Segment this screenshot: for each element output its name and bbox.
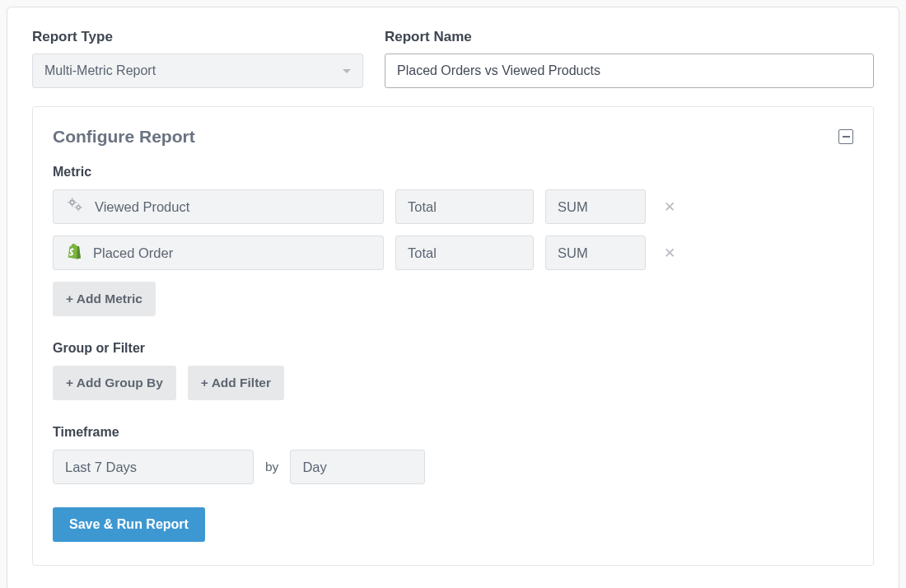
metric-name-value: Viewed Product <box>95 199 362 215</box>
svg-rect-1 <box>72 205 72 207</box>
metric-row: Viewed Product Total SUM ✕ <box>53 189 853 224</box>
add-metric-button[interactable]: + Add Metric <box>53 282 156 316</box>
metric-measure-select[interactable]: Total <box>395 236 534 270</box>
report-type-column: Report Type Multi-Metric Report <box>32 29 363 88</box>
report-type-label: Report Type <box>32 29 363 45</box>
metric-aggregation-select[interactable]: SUM <box>545 236 646 270</box>
configure-report-panel: Configure Report Metric Viewed Product T… <box>32 106 874 566</box>
report-name-label: Report Name <box>385 29 874 45</box>
metric-aggregation-value: SUM <box>558 245 588 261</box>
collapse-icon[interactable] <box>838 129 853 144</box>
group-filter-section-label: Group or Filter <box>53 341 853 356</box>
metric-measure-select[interactable]: Total <box>395 189 534 224</box>
timeframe-section-label: Timeframe <box>53 425 853 440</box>
timeframe-row: Last 7 Days by Day <box>53 450 853 484</box>
metric-name-value: Placed Order <box>93 245 362 261</box>
svg-rect-3 <box>75 202 77 203</box>
timeframe-granularity-value: Day <box>302 460 326 475</box>
report-type-select[interactable]: Multi-Metric Report <box>32 54 363 88</box>
add-group-by-button[interactable]: + Add Group By <box>53 366 176 400</box>
configure-title: Configure Report <box>53 127 195 147</box>
timeframe-granularity-select[interactable]: Day <box>290 450 425 484</box>
top-fields-row: Report Type Multi-Metric Report Report N… <box>32 29 874 88</box>
metric-aggregation-value: SUM <box>558 199 588 215</box>
gears-icon <box>65 197 85 217</box>
svg-rect-5 <box>78 210 79 212</box>
remove-metric-button[interactable]: ✕ <box>657 241 682 265</box>
metric-section-label: Metric <box>53 165 853 180</box>
by-label: by <box>265 460 278 474</box>
save-run-report-button[interactable]: Save & Run Report <box>53 507 205 542</box>
metric-name-select[interactable]: Placed Order <box>53 236 384 270</box>
metric-name-select[interactable]: Viewed Product <box>53 189 384 224</box>
report-name-input[interactable] <box>385 54 874 88</box>
timeframe-range-value: Last 7 Days <box>65 460 137 475</box>
metric-aggregation-select[interactable]: SUM <box>545 189 646 224</box>
metric-row: Placed Order Total SUM ✕ <box>53 236 853 270</box>
report-builder-card: Report Type Multi-Metric Report Report N… <box>7 7 899 588</box>
svg-rect-0 <box>72 198 72 199</box>
svg-rect-6 <box>75 207 77 208</box>
report-name-column: Report Name <box>385 29 874 88</box>
add-filter-button[interactable]: + Add Filter <box>188 366 284 400</box>
shopify-icon <box>65 242 83 264</box>
remove-metric-button[interactable]: ✕ <box>657 195 682 219</box>
chevron-down-icon <box>343 69 351 73</box>
svg-rect-7 <box>81 207 82 208</box>
timeframe-range-select[interactable]: Last 7 Days <box>53 450 254 484</box>
metric-measure-value: Total <box>408 199 437 215</box>
svg-rect-4 <box>78 203 79 205</box>
metric-measure-value: Total <box>408 245 437 261</box>
svg-rect-2 <box>68 202 69 203</box>
report-type-value: Multi-Metric Report <box>44 63 156 78</box>
configure-header: Configure Report <box>53 127 853 147</box>
